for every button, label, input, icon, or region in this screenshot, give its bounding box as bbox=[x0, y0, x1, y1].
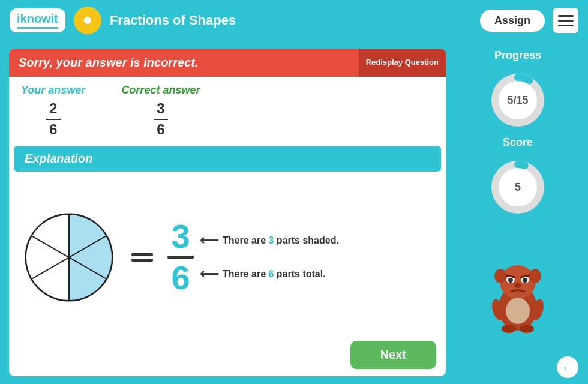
line2-prefix: There are bbox=[223, 269, 268, 279]
numerator-arrow: ⟵ bbox=[200, 233, 219, 248]
left-panel: Sorry, your answer is incorrect. Redispl… bbox=[7, 47, 448, 378]
correct-answer-section: Correct answer 3 6 bbox=[121, 84, 200, 139]
menu-button[interactable] bbox=[553, 8, 578, 33]
hamburger-line-2 bbox=[558, 20, 574, 22]
next-button-row: Next bbox=[9, 341, 446, 376]
denominator-label-text: There are 6 parts total. bbox=[223, 269, 326, 280]
svg-point-7 bbox=[494, 269, 506, 283]
hamburger-line-3 bbox=[558, 25, 574, 26]
arrow-labels: ⟵ There are 3 parts shaded. ⟵ There are … bbox=[200, 233, 339, 282]
your-answer-frac-line bbox=[46, 119, 61, 120]
explanation-header: Explanation bbox=[14, 146, 441, 172]
score-label: Score bbox=[503, 136, 533, 149]
line2-suffix: parts total. bbox=[274, 269, 325, 279]
progress-value: 5/15 bbox=[507, 94, 528, 107]
eq-line-bottom bbox=[131, 259, 153, 262]
hamburger-line-1 bbox=[558, 15, 574, 17]
big-fraction-area: 3 6 ⟵ There are 3 parts shaded. ⟵ bbox=[167, 220, 339, 295]
logo: iknowit bbox=[10, 8, 65, 32]
numerator-arrow-label: ⟵ There are 3 parts shaded. bbox=[200, 233, 339, 248]
answer-comparison-row: Your answer 2 6 Correct answer 3 6 bbox=[9, 77, 446, 143]
explanation-body: 3 6 ⟵ There are 3 parts shaded. ⟵ bbox=[9, 174, 446, 341]
svg-point-11 bbox=[508, 278, 513, 283]
equals-sign bbox=[131, 253, 153, 262]
score-value: 5 bbox=[515, 181, 521, 194]
mascot-icon bbox=[485, 239, 551, 335]
numerator-label-text: There are 3 parts shaded. bbox=[223, 235, 339, 246]
line1-suffix: parts shaded. bbox=[274, 235, 338, 245]
mascot-area bbox=[455, 223, 581, 350]
svg-point-16 bbox=[506, 298, 530, 324]
big-fraction: 3 6 bbox=[167, 220, 194, 295]
incorrect-message: Sorry, your answer is incorrect. bbox=[9, 49, 359, 77]
svg-point-8 bbox=[529, 269, 541, 283]
your-answer-section: Your answer 2 6 bbox=[21, 84, 85, 139]
back-button[interactable]: ← bbox=[557, 356, 578, 378]
progress-label: Progress bbox=[494, 49, 541, 62]
your-answer-fraction: 2 6 bbox=[21, 100, 85, 139]
correct-answer-denominator: 6 bbox=[157, 121, 164, 139]
svg-point-20 bbox=[520, 325, 534, 333]
main-content: Sorry, your answer is incorrect. Redispl… bbox=[0, 41, 588, 384]
assign-button[interactable]: Assign bbox=[480, 10, 545, 32]
your-answer-label: Your answer bbox=[21, 84, 85, 97]
right-panel: Progress 5/15 Score 5 bbox=[455, 47, 581, 378]
app-header: iknowit Fractions of Shapes Assign bbox=[0, 0, 588, 41]
logo-text: iknowit bbox=[17, 12, 58, 25]
progress-donut: 5/15 bbox=[488, 70, 548, 130]
next-button[interactable]: Next bbox=[350, 341, 436, 369]
big-numerator: 3 bbox=[171, 220, 190, 253]
correct-answer-frac-line bbox=[154, 119, 168, 120]
denominator-arrow-label: ⟵ There are 6 parts total. bbox=[200, 266, 339, 282]
svg-point-19 bbox=[502, 325, 516, 333]
big-denominator: 6 bbox=[171, 261, 190, 295]
your-answer-numerator: 2 bbox=[49, 100, 57, 118]
svg-point-15 bbox=[514, 283, 521, 288]
correct-answer-fraction: 3 6 bbox=[121, 100, 200, 139]
logo-icon bbox=[74, 7, 101, 34]
correct-answer-numerator: 3 bbox=[157, 100, 164, 118]
redisplay-button[interactable]: Redisplay Question bbox=[359, 49, 446, 77]
denominator-arrow: ⟵ bbox=[200, 266, 219, 282]
eq-line-top bbox=[131, 253, 153, 256]
correct-answer-label: Correct answer bbox=[121, 84, 200, 97]
your-answer-denominator: 6 bbox=[49, 121, 57, 139]
line1-prefix: There are bbox=[223, 235, 268, 245]
fraction-circle bbox=[21, 209, 117, 305]
svg-point-12 bbox=[523, 278, 527, 283]
logo-dot bbox=[84, 17, 91, 24]
page-title: Fractions of Shapes bbox=[110, 13, 472, 28]
incorrect-banner: Sorry, your answer is incorrect. Redispl… bbox=[9, 49, 446, 77]
svg-point-6 bbox=[500, 265, 536, 299]
score-donut: 5 bbox=[488, 157, 548, 217]
